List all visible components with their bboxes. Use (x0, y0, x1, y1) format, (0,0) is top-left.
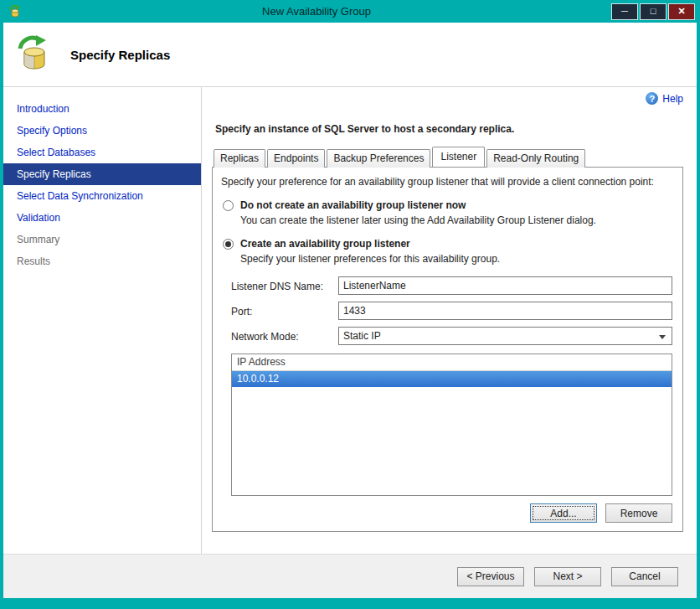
sidebar-item-introduction[interactable]: Introduction (3, 98, 201, 120)
page-title: Specify Replicas (70, 48, 170, 62)
radio-no-listener-description: You can create the listener later using … (240, 214, 676, 226)
dns-name-input[interactable] (338, 276, 672, 295)
help-label: Help (662, 93, 683, 105)
main-content: ? Help Specify an instance of SQL Server… (202, 87, 697, 554)
sidebar-item-results: Results (3, 250, 201, 272)
sidebar-item-summary: Summary (3, 229, 201, 250)
listener-intro-text: Specify your preference for an availabil… (221, 176, 676, 188)
wizard-header: Specify Replicas (3, 23, 697, 87)
sidebar-item-specify-options[interactable]: Specify Options (3, 120, 201, 142)
window-controls: ─ □ ✕ (611, 3, 695, 20)
network-mode-value: Static IP (343, 330, 381, 342)
listener-form: Listener DNS Name: Port: Network Mode: S… (231, 276, 672, 345)
sidebar-item-specify-replicas[interactable]: Specify Replicas (3, 163, 201, 185)
next-button[interactable]: Next > (534, 567, 601, 586)
wizard-steps-sidebar: Introduction Specify Options Select Data… (3, 87, 202, 554)
network-mode-label: Network Mode: (231, 330, 338, 343)
maximize-button[interactable]: □ (640, 3, 667, 20)
minimize-icon: ─ (621, 7, 628, 16)
chevron-down-icon (659, 335, 666, 339)
sidebar-item-select-databases[interactable]: Select Databases (3, 142, 201, 163)
radio-create-listener-label: Create an availability group listener (240, 238, 410, 250)
previous-button[interactable]: < Previous (457, 567, 524, 586)
help-link[interactable]: ? Help (212, 92, 683, 105)
ip-address-row[interactable]: 10.0.0.12 (232, 371, 672, 387)
radio-no-listener-label: Do not create an availability group list… (240, 199, 466, 211)
ip-address-column-header: IP Address (232, 354, 672, 371)
window-title: New Availability Group (22, 5, 611, 18)
dns-name-label: Listener DNS Name: (231, 280, 338, 292)
ip-list-buttons: Add... Remove (223, 503, 672, 523)
sidebar-item-validation[interactable]: Validation (3, 207, 201, 229)
tab-replicas[interactable]: Replicas (214, 149, 265, 168)
titlebar: New Availability Group ─ □ ✕ (3, 0, 697, 23)
close-icon: ✕ (677, 7, 685, 16)
radio-create-listener[interactable]: Create an availability group listener (223, 238, 676, 250)
app-icon (8, 5, 22, 18)
radio-create-listener-description: Specify your listener preferences for th… (240, 253, 676, 265)
tab-endpoints[interactable]: Endpoints (267, 149, 325, 168)
port-label: Port: (231, 305, 338, 317)
maximize-icon: □ (651, 7, 656, 16)
tab-strip: Replicas Endpoints Backup Preferences Li… (214, 148, 683, 167)
port-input[interactable] (338, 302, 672, 320)
remove-button[interactable]: Remove (605, 503, 672, 523)
dialog-window: New Availability Group ─ □ ✕ Specify Rep… (0, 0, 700, 609)
tab-backup-preferences[interactable]: Backup Preferences (327, 149, 430, 168)
help-icon: ? (646, 92, 658, 105)
dialog-footer: < Previous Next > Cancel (3, 554, 697, 598)
dialog-body: Introduction Specify Options Select Data… (3, 87, 697, 554)
radio-no-listener[interactable]: Do not create an availability group list… (223, 199, 676, 211)
network-mode-select[interactable]: Static IP (338, 327, 672, 345)
sidebar-item-select-data-synchronization[interactable]: Select Data Synchronization (3, 185, 201, 207)
cancel-button[interactable]: Cancel (611, 567, 678, 586)
tab-read-only-routing[interactable]: Read-Only Routing (486, 149, 585, 168)
instruction-text: Specify an instance of SQL Server to hos… (215, 123, 683, 135)
availability-group-icon (15, 35, 54, 74)
ip-address-list: IP Address 10.0.0.12 (231, 354, 672, 496)
close-button[interactable]: ✕ (668, 3, 695, 20)
add-button[interactable]: Add... (530, 503, 597, 523)
radio-create-listener-circle (223, 239, 234, 250)
listener-tab-panel: Specify your preference for an availabil… (212, 167, 683, 532)
minimize-button[interactable]: ─ (611, 3, 638, 20)
tab-listener[interactable]: Listener (432, 147, 485, 167)
radio-no-listener-circle (223, 200, 234, 211)
